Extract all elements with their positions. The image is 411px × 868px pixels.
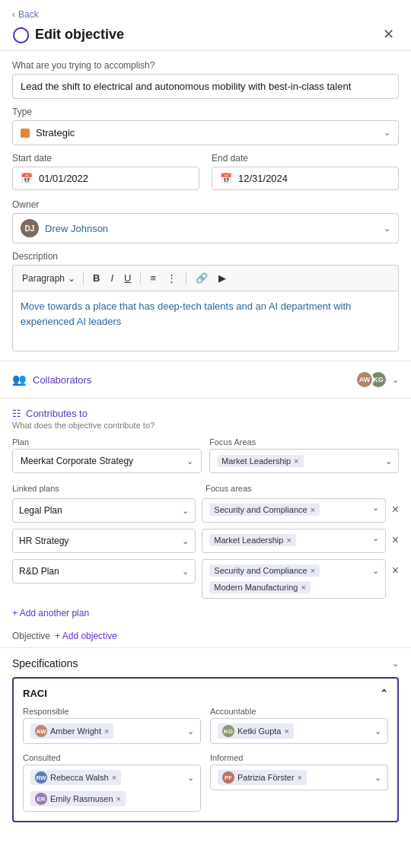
linked-plan-1-remove[interactable]: × [392,498,399,517]
responsible-tag-remove[interactable]: × [104,727,109,736]
responsible-avatar: AW [35,725,47,737]
add-plan-link[interactable]: + Add another plan [12,605,399,622]
informed-tag-remove[interactable]: × [298,773,302,782]
raci-label: RACI [23,688,47,699]
owner-avatar: DJ [21,219,39,237]
informed-field: Informed PF Patrizia Förster × ⌄ [210,753,388,812]
linked-plan-1-focus[interactable]: Security and Compliance × ⌄ [202,498,385,523]
collaborators-label: Collaborators [33,374,91,386]
media-button[interactable]: ▶ [214,270,231,286]
raci-box: RACI ⌃ Responsible AW Amber Wright × ⌄ [12,677,399,822]
back-link[interactable]: ‹ Back [12,9,399,20]
accountable-tag-remove[interactable]: × [284,727,288,736]
responsible-label: Responsible [23,707,201,716]
linked-plan-2-chevron: ⌄ [182,536,189,546]
collaborators-section: 👥 Collaborators AW KG ⌄ [0,361,411,399]
specifications-header[interactable]: Specifications ⌄ [12,657,399,669]
linked-plan-2-remove[interactable]: × [392,529,399,547]
back-label: Back [18,9,39,20]
linked-plan-3-focus-chevron: ⌄ [372,566,379,576]
collaborators-header[interactable]: 👥 Collaborators AW KG ⌄ [12,370,399,389]
tag-market-2-remove[interactable]: × [286,536,291,545]
accountable-label: Accountable [210,707,388,716]
informed-select[interactable]: PF Patrizia Förster × ⌄ [210,765,388,790]
linked-plan-1-select[interactable]: Legal Plan ⌄ [12,498,196,523]
end-date-input[interactable]: 📅 12/31/2024 [212,167,399,190]
raci-collapse-icon: ⌃ [380,688,388,699]
plan-chevron-icon: ⌄ [186,456,193,466]
linked-plan-3-focus[interactable]: Security and Compliance × ⌄ Modern Manuf… [202,559,385,599]
calendar-icon-end: 📅 [220,173,232,184]
accountable-avatar: KG [222,725,234,737]
tag-security-1-remove[interactable]: × [311,505,315,514]
plan-value: Meerkat Corporate Strategy [21,456,133,466]
linked-plan-1-chevron: ⌄ [182,506,189,516]
consulted-label: Consulted [23,753,201,762]
contributes-icon: ☷ [12,408,21,419]
objective-input[interactable] [12,74,399,99]
linked-plans-label: Linked plans [12,484,199,493]
linked-plan-3-chevron: ⌄ [182,567,189,577]
informed-name: Patrizia Förster [237,773,295,782]
objective-row: Objective + Add objective [0,628,411,647]
linked-plan-2-focus-chevron: ⌄ [372,533,379,543]
start-date-label: Start date [12,153,199,164]
collab-avatar-1: AW [355,370,374,389]
specifications-label: Specifications [12,657,78,669]
page-title: Edit objective [35,27,124,43]
tag-manufacturing-3-remove[interactable]: × [301,583,305,592]
calendar-icon: 📅 [21,173,33,184]
consulted-er-remove[interactable]: × [116,794,121,803]
accountable-select[interactable]: KG Ketki Gupta × ⌄ [210,718,388,744]
type-select[interactable]: Strategic ⌄ [12,120,399,145]
link-button[interactable]: 🔗 [191,270,212,286]
owner-chevron-icon: ⌄ [384,224,390,234]
focus-areas-col-label: Focus Areas [209,437,399,447]
type-chevron-icon: ⌄ [384,128,390,138]
consulted-select[interactable]: RW Rebecca Walsh × ⌄ ER Emily Rasmusen × [23,765,201,812]
plan-select[interactable]: Meerkat Corporate Strategy ⌄ [12,449,202,473]
responsible-select[interactable]: AW Amber Wright × ⌄ [23,718,201,744]
collaborators-icon: 👥 [12,373,27,386]
start-date-input[interactable]: 📅 01/01/2022 [12,167,199,190]
unordered-list-button[interactable]: ⋮ [162,270,181,286]
owner-select[interactable]: DJ Drew Johnson ⌄ [12,213,399,243]
linked-plan-2-focus[interactable]: Market Leadership × ⌄ [202,529,385,553]
consulted-avatar-rw: RW [35,771,47,784]
accountable-tag: KG Ketki Gupta × [218,723,294,739]
italic-button[interactable]: I [106,270,118,286]
tag-security-3-remove[interactable]: × [311,566,315,575]
responsible-field: Responsible AW Amber Wright × ⌄ [23,707,201,744]
underline-button[interactable]: U [119,270,135,286]
consulted-chevron-icon: ⌄ [187,773,194,783]
paragraph-select[interactable]: Paragraph ⌄ [19,271,78,286]
collaborators-chevron-icon: ⌄ [392,375,399,385]
tag-security-1: Security and Compliance × [209,504,320,516]
linked-plan-2-select[interactable]: HR Strategy ⌄ [12,529,196,553]
description-textarea[interactable]: Move towards a place that has deep-tech … [12,291,399,351]
add-objective-link[interactable]: + Add objective [55,631,117,641]
consulted-rw-remove[interactable]: × [112,773,116,782]
linked-plan-3-select[interactable]: R&D Plan ⌄ [12,559,196,583]
responsible-tag: AW Amber Wright × [30,723,113,739]
accountable-field: Accountable KG Ketki Gupta × ⌄ [210,707,388,744]
focus-areas-select[interactable]: Market Leadership × ⌄ [209,449,399,473]
raci-header[interactable]: RACI ⌃ [23,688,388,699]
consulted-field: Consulted RW Rebecca Walsh × ⌄ [23,753,201,812]
description-toolbar: Paragraph ⌄ B I U ≡ ⋮ 🔗 ▶ [12,265,399,291]
close-button[interactable]: ✕ [378,24,399,44]
contributes-sub: What does the objective contribute to? [12,421,399,430]
specifications-chevron-icon: ⌄ [392,659,399,669]
ordered-list-button[interactable]: ≡ [145,270,161,286]
tag-security-3: Security and Compliance × [209,564,320,577]
end-date-label: End date [212,153,399,164]
contributes-label: Contributes to [26,408,88,419]
tag-market-2: Market Leadership × [209,534,296,546]
toolbar-separator-3 [186,272,186,285]
bold-button[interactable]: B [88,270,104,286]
objective-row-label: Objective [12,631,50,641]
linked-plan-3-remove[interactable]: × [392,559,399,577]
accountable-name: Ketki Gupta [237,727,281,736]
focus-area-tag-1-remove[interactable]: × [294,456,298,466]
type-label: Type [12,107,399,117]
